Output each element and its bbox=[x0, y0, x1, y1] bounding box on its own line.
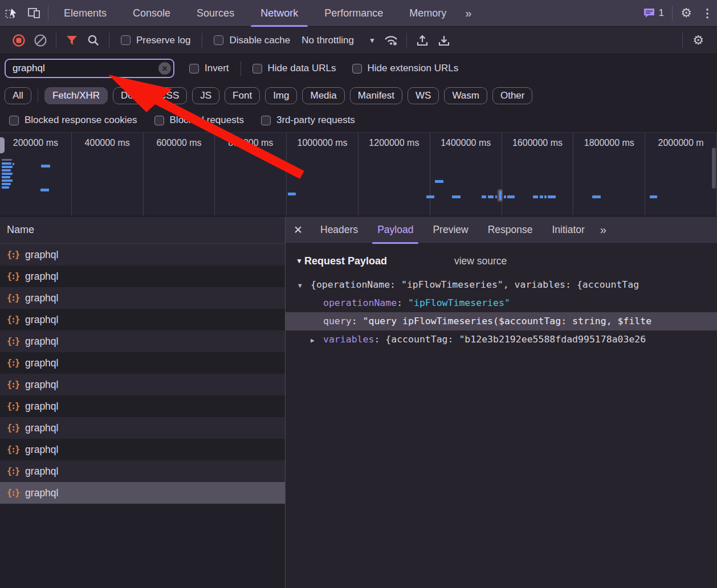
type-chip-css[interactable]: CSS bbox=[151, 87, 187, 104]
network-request-row[interactable]: {:}graphql bbox=[0, 266, 285, 287]
timeline-request-bar bbox=[2, 176, 10, 178]
third-party-checkbox[interactable] bbox=[261, 116, 271, 125]
expand-triangle-icon[interactable]: ▼ bbox=[298, 277, 306, 295]
network-request-row-selected[interactable]: {:}graphql bbox=[0, 482, 285, 504]
view-source-link[interactable]: view source bbox=[454, 255, 507, 267]
network-request-row[interactable]: {:}graphql bbox=[0, 287, 285, 309]
toolbar-divider bbox=[109, 33, 109, 48]
tab-memory[interactable]: Memory bbox=[396, 0, 459, 27]
timeline-request-bar bbox=[2, 186, 9, 189]
filter-button[interactable] bbox=[61, 30, 83, 51]
toggle-device-toolbar-button[interactable] bbox=[23, 3, 46, 23]
invert-checkbox[interactable] bbox=[189, 64, 199, 74]
timeline-scroll-handle[interactable] bbox=[712, 148, 716, 189]
tab-elements[interactable]: Elements bbox=[51, 0, 120, 27]
customize-devtools-button[interactable]: ⋮ bbox=[698, 3, 717, 23]
filter-input[interactable] bbox=[5, 59, 174, 78]
network-request-row[interactable]: {:}graphql bbox=[0, 439, 285, 460]
disable-cache-checkbox[interactable] bbox=[214, 35, 223, 45]
type-chip-all[interactable]: All bbox=[5, 87, 31, 104]
request-name: graphql bbox=[25, 292, 58, 304]
more-tabs-button[interactable]: » bbox=[459, 7, 476, 20]
preserve-log-checkbox[interactable] bbox=[121, 35, 131, 45]
tab-performance[interactable]: Performance bbox=[311, 0, 396, 27]
type-chip-font[interactable]: Font bbox=[225, 87, 260, 104]
json-request-icon: {:} bbox=[7, 336, 19, 346]
tab-response[interactable]: Response bbox=[478, 217, 543, 244]
tab-sources[interactable]: Sources bbox=[184, 0, 247, 27]
preserve-log-group: Preserve log bbox=[121, 35, 190, 46]
type-chip-fetch-xhr[interactable]: Fetch/XHR bbox=[44, 87, 108, 104]
network-request-row[interactable]: {:}graphql bbox=[0, 395, 285, 417]
more-details-tabs-button[interactable]: » bbox=[594, 223, 611, 236]
tab-label: Elements bbox=[64, 7, 107, 19]
clear-network-log-button[interactable] bbox=[30, 30, 51, 51]
blocked-cookies-checkbox[interactable] bbox=[9, 116, 19, 125]
clear-filter-button[interactable]: ✕ bbox=[158, 62, 171, 75]
tab-label: Headers bbox=[320, 224, 358, 236]
type-chip-manifest[interactable]: Manifest bbox=[350, 87, 402, 104]
tab-label: Payload bbox=[377, 224, 413, 236]
network-settings-button[interactable]: ⚙ bbox=[687, 30, 709, 51]
timeline-request-bar bbox=[2, 173, 13, 175]
network-request-row[interactable]: {:}graphql bbox=[0, 330, 285, 352]
type-chip-doc[interactable]: Doc bbox=[113, 87, 146, 104]
issues-button[interactable]: 1 bbox=[638, 7, 670, 19]
type-chip-js[interactable]: JS bbox=[192, 87, 219, 104]
request-payload-header[interactable]: ▼ Request Payload view source bbox=[296, 253, 717, 269]
payload-row-query-selected[interactable]: query: "query ipFlowTimeseries($accountT… bbox=[286, 312, 717, 330]
third-party-group: 3rd-party requests bbox=[261, 115, 355, 126]
close-details-button[interactable]: ✕ bbox=[286, 217, 311, 244]
network-request-row[interactable]: {:}graphql bbox=[0, 244, 285, 266]
hide-extension-urls-group: Hide extension URLs bbox=[352, 63, 459, 74]
export-har-button[interactable] bbox=[433, 30, 455, 51]
timeline-left-handle[interactable] bbox=[0, 137, 5, 153]
payload-row-operationname[interactable]: operationName: "ipFlowTimeseries" bbox=[286, 294, 717, 312]
collapse-triangle-icon: ▼ bbox=[296, 257, 303, 265]
tab-payload[interactable]: Payload bbox=[368, 217, 423, 244]
inspect-element-button[interactable] bbox=[0, 3, 23, 23]
network-request-row[interactable]: {:}graphql bbox=[0, 352, 285, 374]
throttling-select[interactable]: No throttling ▼ bbox=[302, 35, 376, 46]
blocked-requests-checkbox[interactable] bbox=[154, 116, 164, 125]
tab-label: Response bbox=[488, 224, 533, 236]
record-network-log-button[interactable] bbox=[8, 30, 30, 51]
disable-cache-group: Disable cache bbox=[214, 35, 290, 46]
network-conditions-button[interactable]: ✱ bbox=[380, 30, 402, 51]
type-chip-ws[interactable]: WS bbox=[408, 87, 439, 104]
payload-preview-line[interactable]: ▼{operationName: "ipFlowTimeseries", var… bbox=[286, 276, 717, 294]
timeline-request-bar bbox=[435, 180, 443, 183]
timeline-request-bar bbox=[426, 195, 434, 198]
request-type-filter-row: All Fetch/XHR Doc CSS JS Font Img Media … bbox=[0, 83, 717, 108]
hide-extension-urls-checkbox[interactable] bbox=[352, 64, 362, 74]
type-chip-wasm[interactable]: Wasm bbox=[444, 87, 487, 104]
tab-label: Sources bbox=[197, 7, 234, 19]
name-column-header[interactable]: Name bbox=[0, 217, 285, 244]
filter-input-wrapper: ✕ bbox=[5, 59, 174, 78]
tab-preview[interactable]: Preview bbox=[423, 217, 478, 244]
network-request-row[interactable]: {:}graphql bbox=[0, 460, 285, 482]
search-button[interactable] bbox=[83, 30, 104, 51]
type-chip-media[interactable]: Media bbox=[302, 87, 344, 104]
upload-icon bbox=[416, 34, 429, 47]
hide-data-urls-checkbox[interactable] bbox=[252, 64, 262, 74]
payload-value: {accountTag: "b12e3b2192ee5588fdad995178… bbox=[385, 334, 646, 345]
settings-button[interactable]: ⚙ bbox=[675, 3, 698, 23]
preserve-log-label: Preserve log bbox=[136, 35, 190, 46]
expand-triangle-icon[interactable]: ▶ bbox=[311, 332, 319, 349]
type-chip-img[interactable]: Img bbox=[265, 87, 297, 104]
tab-headers[interactable]: Headers bbox=[311, 217, 368, 244]
tab-console[interactable]: Console bbox=[120, 0, 184, 27]
payload-view: ▼ Request Payload view source ▼{operatio… bbox=[286, 244, 717, 349]
disable-cache-label: Disable cache bbox=[229, 35, 290, 46]
tab-network[interactable]: Network bbox=[247, 0, 311, 27]
tab-initiator[interactable]: Initiator bbox=[542, 217, 594, 244]
network-request-row[interactable]: {:}graphql bbox=[0, 374, 285, 395]
payload-row-variables[interactable]: ▶variables: {accountTag: "b12e3b2192ee55… bbox=[286, 330, 717, 349]
timeline-request-bar bbox=[288, 193, 296, 195]
network-request-row[interactable]: {:}graphql bbox=[0, 309, 285, 330]
import-har-button[interactable] bbox=[412, 30, 433, 51]
type-chip-other[interactable]: Other bbox=[492, 87, 533, 104]
network-overview-timeline[interactable]: 200000 ms 400000 ms 600000 ms 800000 ms … bbox=[0, 132, 717, 217]
network-request-row[interactable]: {:}graphql bbox=[0, 417, 285, 439]
